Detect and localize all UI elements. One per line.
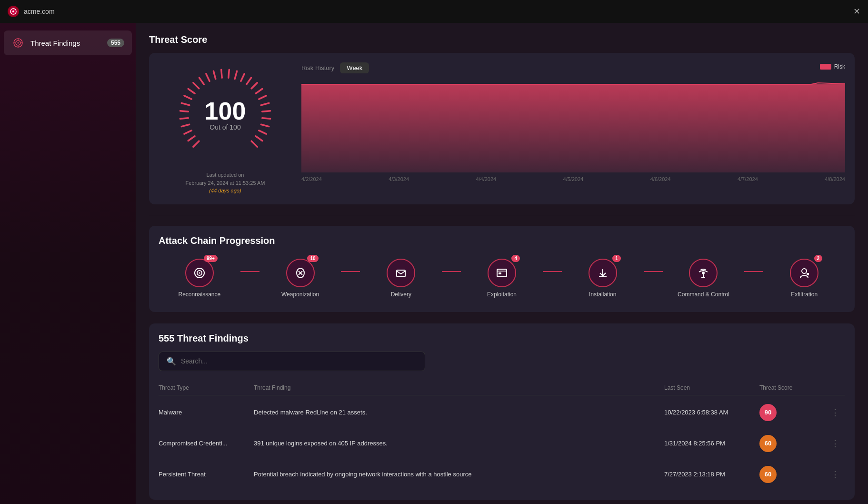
svg-line-30	[261, 103, 269, 105]
chain-label-exploitation: Exploitation	[487, 291, 517, 298]
sidebar-item-label: Threat Findings	[30, 39, 101, 47]
week-button[interactable]: Week	[340, 62, 369, 73]
chain-badge-exfiltration: 2	[814, 255, 823, 262]
chain-node-exfiltration[interactable]: 2 Exfiltration	[763, 259, 845, 298]
svg-line-33	[261, 124, 269, 126]
svg-line-26	[247, 78, 251, 84]
chain-icon-wrap-reconnaissance: 99+	[185, 259, 214, 287]
attack-chain-card: Attack Chain Progression 99+ Reconnaissa…	[149, 226, 855, 312]
cell-score-0: 90	[759, 404, 831, 421]
search-input[interactable]	[181, 357, 417, 365]
svg-line-35	[256, 136, 262, 141]
svg-line-15	[181, 103, 189, 105]
svg-line-9	[193, 141, 199, 147]
chart-dates: 4/2/2024 4/3/2024 4/4/2024 4/5/2024 4/6/…	[301, 176, 845, 182]
cell-threat-type-2: Persistent Threat	[159, 471, 254, 478]
svg-line-11	[184, 131, 191, 134]
more-button-0[interactable]: ⋮	[831, 407, 845, 418]
svg-point-48	[702, 272, 705, 274]
chain-icon-exploitation	[488, 259, 516, 287]
chain-badge-reconnaissance: 99+	[204, 255, 218, 262]
chain-node-weaponization[interactable]: 10 Weaponization	[259, 259, 341, 298]
table-row[interactable]: Compromised Credenti... 391 unique login…	[159, 428, 845, 459]
risk-chart-header: Risk History Week Risk	[301, 62, 845, 73]
chain-icon-weaponization	[286, 259, 315, 287]
th-threat-finding: Threat Finding	[254, 384, 664, 391]
chain-node-exploitation[interactable]: 4 Exploitation	[461, 259, 543, 298]
chain-node-reconnaissance[interactable]: 99+ Reconnaissance	[159, 259, 240, 298]
more-button-2[interactable]: ⋮	[831, 469, 845, 480]
sidebar-item-threat-findings[interactable]: Threat Findings 555	[4, 30, 132, 55]
th-last-seen: Last Seen	[664, 384, 759, 391]
chart-date-2: 4/4/2024	[476, 176, 496, 182]
cell-threat-finding-1: 391 unique logins exposed on 405 IP addr…	[254, 440, 664, 447]
cell-threat-type-0: Malware	[159, 409, 254, 416]
search-icon: 🔍	[167, 357, 176, 366]
chain-icon-installation	[589, 259, 617, 287]
chain-label-exfiltration: Exfiltration	[791, 291, 818, 298]
score-badge-2: 60	[759, 466, 777, 483]
chart-date-5: 4/7/2024	[738, 176, 758, 182]
svg-point-40	[199, 272, 200, 273]
chart-area: 4/2/2024 4/3/2024 4/4/2024 4/5/2024 4/6/…	[301, 77, 845, 195]
attack-chain-nodes: 99+ Reconnaissance 10 Weaponization Deli…	[159, 254, 845, 302]
svg-line-20	[206, 74, 210, 81]
main-content: Threat Score	[136, 23, 868, 504]
app-icon	[8, 6, 19, 17]
svg-line-18	[193, 83, 199, 89]
chart-date-6: 4/8/2024	[825, 176, 845, 182]
cell-threat-finding-0: Detected malware RedLine on 21 assets.	[254, 409, 664, 416]
chain-connector-2	[442, 271, 461, 272]
sidebar: Threat Findings 555	[0, 23, 136, 504]
cell-last-seen-1: 1/31/2024 8:25:56 PM	[664, 440, 759, 447]
chart-date-0: 4/2/2024	[301, 176, 322, 182]
attack-chain-title: Attack Chain Progression	[159, 235, 845, 246]
svg-line-36	[251, 141, 257, 147]
risk-history-label: Risk History	[301, 64, 334, 71]
risk-legend-color	[820, 64, 831, 70]
svg-line-27	[251, 83, 257, 89]
score-badge-0: 90	[759, 404, 777, 421]
svg-point-4	[18, 42, 19, 44]
svg-line-22	[221, 70, 222, 78]
svg-line-12	[181, 124, 189, 126]
chain-label-command-control: Command & Control	[678, 291, 729, 298]
svg-line-29	[259, 96, 266, 99]
close-button[interactable]: ✕	[853, 6, 860, 17]
svg-line-25	[241, 74, 244, 81]
svg-line-23	[229, 70, 229, 78]
gauge-container: 100 Out of 100 Last updated on February …	[159, 62, 292, 195]
chain-node-installation[interactable]: 1 Installation	[562, 259, 644, 298]
chain-connector-0	[240, 271, 259, 272]
chain-icon-wrap-weaponization: 10	[286, 259, 315, 287]
chain-icon-wrap-delivery	[387, 259, 415, 287]
findings-rows: Malware Detected malware RedLine on 21 a…	[159, 397, 845, 490]
risk-legend: Risk	[820, 63, 845, 70]
svg-point-51	[802, 269, 807, 273]
svg-rect-46	[499, 272, 501, 274]
divider	[149, 216, 855, 216]
table-header: Threat Type Threat Finding Last Seen Thr…	[159, 381, 845, 395]
gauge-updated-line1: Last updated on	[207, 172, 244, 178]
gauge-center: 100 Out of 100	[205, 99, 246, 131]
chain-connector-4	[644, 271, 663, 272]
svg-line-19	[200, 78, 204, 84]
svg-line-34	[259, 131, 266, 134]
chart-date-1: 4/3/2024	[389, 176, 409, 182]
cell-score-1: 60	[759, 435, 831, 452]
chain-node-delivery[interactable]: Delivery	[360, 259, 442, 298]
titlebar-left: acme.com	[8, 6, 55, 17]
chain-label-delivery: Delivery	[391, 291, 411, 298]
table-row[interactable]: Persistent Threat Potential breach indic…	[159, 459, 845, 490]
table-row[interactable]: Malware Detected malware RedLine on 21 a…	[159, 397, 845, 428]
chain-node-command-control[interactable]: Command & Control	[663, 259, 745, 298]
svg-line-32	[262, 118, 270, 119]
th-actions	[831, 384, 845, 391]
search-box[interactable]: 🔍	[159, 352, 425, 371]
gauge-out-of: Out of 100	[205, 123, 246, 131]
svg-line-17	[188, 89, 195, 94]
risk-legend-label: Risk	[834, 63, 845, 70]
more-button-1[interactable]: ⋮	[831, 438, 845, 449]
svg-line-14	[180, 111, 188, 111]
chart-date-4: 4/6/2024	[650, 176, 671, 182]
